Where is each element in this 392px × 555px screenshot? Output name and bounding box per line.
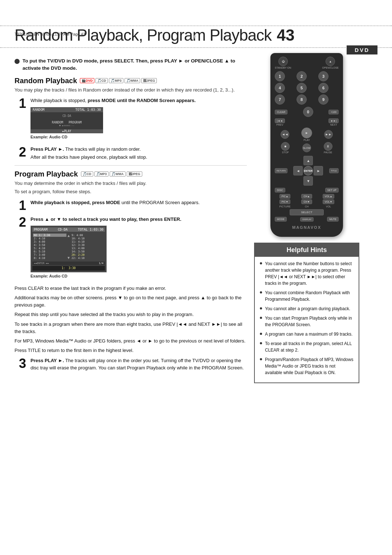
play-label: PLAY [303, 139, 310, 141]
hint-bullet-7 [260, 358, 262, 360]
program-playback-desc1: You may determine the order in which the… [15, 180, 247, 187]
dvd-badge: DVD [347, 45, 377, 54]
random-step-2-text1: Press PLAY ►. The tracks will play in ra… [30, 146, 247, 153]
num-2-button[interactable]: 2 [297, 71, 307, 81]
remote-control: ⏻ STANDBY·ON ▲ OPEN/CLOSE 1 2 3 4 [254, 53, 359, 237]
screen-random-indicator: ▼ ►<<<<--- [33, 124, 101, 127]
program-step-2-number: 2 [15, 216, 26, 229]
title-button[interactable]: TITLE [329, 168, 339, 173]
setup-button[interactable]: SET UP [325, 188, 339, 193]
hint-item-6: To erase all tracks in the program, sele… [260, 340, 354, 353]
numpad: 1 2 3 4 5 6 7 8 9 [275, 71, 339, 105]
play-button[interactable]: ► [301, 127, 312, 138]
standby-button[interactable]: ⏻ [278, 57, 288, 66]
prog-mp3-badge: 🎵MP3 [94, 171, 109, 177]
dvd-format-badge: 🎬DVD [80, 78, 94, 83]
prog-cd-badge: 🎵CD [81, 171, 93, 177]
prev-button[interactable]: |◄◄ [275, 118, 285, 123]
next-label: NEXT [330, 123, 337, 126]
random-step-2-number: 2 [15, 146, 26, 159]
pause-label: PAUSE [324, 151, 332, 154]
vol-up-button[interactable]: VOL▲ [323, 194, 335, 199]
picture-dn-button[interactable]: PIC▼ [279, 199, 291, 204]
hint-item-7: Program/Random Playback of MP3, Windows … [260, 356, 354, 376]
hint-item-2: You cannot combine Random Playback with … [260, 289, 354, 303]
program-step-1-text: While playback is stopped, press MODE un… [30, 199, 247, 206]
screen-cd-disc: CD-DA [33, 114, 101, 118]
rew-button[interactable]: ◄◄ [281, 130, 289, 139]
dpad-right-button[interactable]: ► [314, 166, 323, 175]
random-step-1-text: While playback is stopped, press MODE un… [30, 97, 247, 104]
mode-button[interactable]: MODE [275, 217, 287, 222]
num-7-button[interactable]: 7 [275, 94, 285, 105]
program-format-badges: 🎵CD 🎵MP3 🎵WMA 🖼JPEG [81, 171, 142, 177]
stop-button[interactable]: ■ [281, 142, 290, 151]
intro-text: To put the TV/DVD in DVD mode, press SEL… [23, 57, 247, 72]
hint-text-1: You cannot use the Number buttons to sel… [265, 260, 354, 287]
random-step-1-number: 1 [15, 97, 26, 110]
mp3-format-badge: 🎵MP3 [109, 78, 123, 83]
mute-button[interactable]: MUTE [327, 217, 339, 222]
page-number: 43 [277, 26, 294, 44]
hint-text-2: You cannot combine Random Playback with … [265, 289, 354, 303]
ch-label: CH [305, 205, 309, 208]
vol-dn-button[interactable]: VOL▼ [323, 199, 335, 204]
return-button[interactable]: RETURN [275, 168, 287, 173]
hint-text-4: You can start Program Playback only whil… [265, 315, 354, 328]
select-button[interactable]: SELECT [290, 209, 323, 215]
num-8-button[interactable]: 8 [297, 94, 307, 105]
dpad-down-button[interactable]: ▼ [303, 176, 313, 186]
random-step-1: 1 While playback is stopped, press MODE … [15, 97, 247, 142]
stop-label: STOP [282, 151, 289, 154]
plus100-button[interactable]: +100 [328, 110, 339, 114]
standby-label: STANDBY·ON [275, 66, 291, 69]
num-5-button[interactable]: 5 [297, 83, 307, 93]
program-step-1-number: 1 [15, 199, 26, 212]
dpad-up-button[interactable]: ▲ [303, 156, 313, 165]
num-3-button[interactable]: 3 [318, 71, 328, 81]
prog-jpeg-badge: 🖼JPEG [127, 171, 142, 177]
display-button[interactable]: DISPLAY [300, 217, 314, 222]
program-step-3: 3 Press PLAY ►. The tracks will play onc… [15, 357, 247, 371]
picture-up-button[interactable]: PIC▲ [279, 194, 291, 199]
random-step-2: 2 Press PLAY ►. The tracks will play in … [15, 146, 247, 161]
jpeg-format-badge: 🖼JPEG [141, 78, 157, 83]
program-para4: To see tracks in a program when there ar… [15, 321, 247, 335]
fwd-button[interactable]: ►► [324, 130, 333, 139]
program-para2: Additional tracks may be on other screen… [15, 294, 247, 309]
slow-button[interactable]: SLOW [302, 143, 311, 152]
clear-button[interactable]: CLEAR [275, 110, 287, 114]
screen-total-label: TOTAL 1:03:30 [75, 108, 101, 112]
open-close-label: OPEN/CLOSE [322, 66, 339, 69]
next-button[interactable]: ►►| [328, 118, 339, 123]
num-0-button[interactable]: 0 [303, 107, 313, 117]
disc-button[interactable]: DISC [275, 188, 285, 193]
pause-button[interactable]: ⏸ [324, 142, 332, 151]
wma-format-badge: 🎵WMA [124, 78, 140, 83]
program-para1: Press CLEAR to erase the last track in t… [15, 285, 247, 292]
hint-text-6: To erase all tracks in the program, sele… [265, 340, 354, 353]
program-para6: Press TITLE to return to the first item … [15, 347, 247, 354]
num-4-button[interactable]: 4 [275, 83, 285, 93]
hint-bullet-4 [260, 317, 262, 319]
enter-button[interactable]: ENTER [303, 166, 313, 175]
prev-label: PREV [276, 123, 283, 126]
screen-random-label: RANDOM [33, 108, 45, 112]
file-info: T9201UB_EN 3/7/06 11:07 AM Page 43 [15, 32, 85, 36]
num-1-button[interactable]: 1 [275, 71, 285, 81]
num-6-button[interactable]: 6 [318, 83, 328, 93]
hint-text-7: Program/Random Playback of MP3, Windows … [265, 356, 354, 376]
crosshair-top-icon: + [192, 33, 197, 41]
program-para5: For MP3, Windows Media™ Audio or JPEG fo… [15, 337, 247, 345]
open-close-button[interactable]: ▲ [326, 57, 335, 66]
ch-up-button[interactable]: CH▲ [301, 194, 312, 199]
dpad-left-button[interactable]: ◄ [293, 166, 303, 175]
num-9-button[interactable]: 9 [318, 94, 328, 105]
ch-dn-button[interactable]: CH▼ [301, 199, 312, 204]
hint-bullet-3 [260, 307, 262, 309]
hint-item-1: You cannot use the Number buttons to sel… [260, 260, 354, 287]
hint-bullet-1 [260, 262, 262, 264]
hint-bullet-6 [260, 342, 262, 344]
screen-play-btn: ►PLAY [30, 129, 103, 133]
helpful-hints-box: Helpful Hints You cannot use the Number … [254, 243, 359, 383]
